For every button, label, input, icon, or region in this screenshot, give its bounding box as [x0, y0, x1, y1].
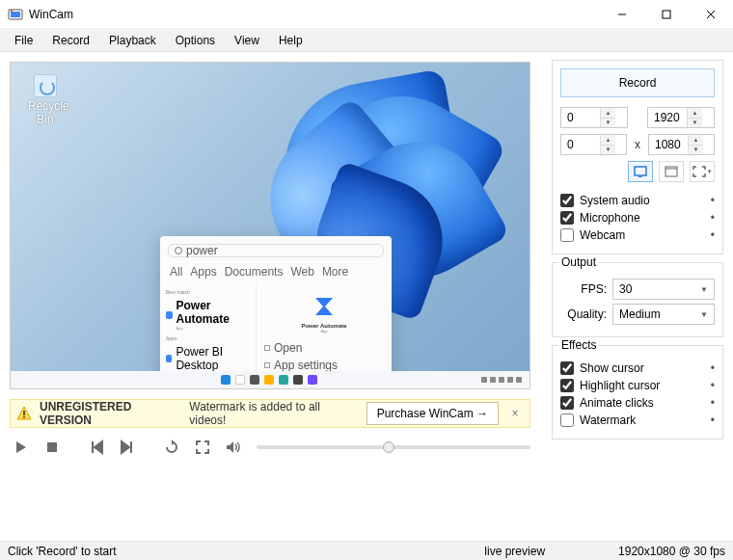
- y1-down[interactable]: ▼: [601, 146, 615, 155]
- menu-bar: File Record Playback Options View Help: [0, 29, 733, 52]
- highlight-cursor-options[interactable]: •: [711, 379, 715, 392]
- preview-area: Recycle Bin power All Apps Documents Web…: [10, 62, 530, 389]
- warning-title: UNREGISTERED VERSION: [40, 400, 185, 427]
- y2-down[interactable]: ▼: [689, 146, 703, 155]
- taskbar-taskview-icon: [250, 375, 259, 385]
- seek-slider[interactable]: [257, 445, 530, 449]
- x2-down[interactable]: ▼: [688, 119, 702, 128]
- highlight-cursor-label: Highlight cursor: [580, 379, 660, 392]
- purchase-button[interactable]: Purchase WinCam →: [366, 402, 499, 425]
- seek-thumb[interactable]: [383, 441, 394, 453]
- show-cursor-options[interactable]: •: [711, 361, 715, 375]
- quality-label: Quality:: [560, 307, 607, 321]
- stop-button[interactable]: [41, 436, 64, 459]
- skip-start-button[interactable]: [85, 436, 108, 459]
- quality-select[interactable]: Medium▼: [612, 304, 715, 325]
- taskbar: [11, 371, 529, 388]
- fullscreen-mode-button[interactable]: [628, 161, 653, 182]
- webcam-label: Webcam: [580, 228, 625, 242]
- taskbar-app-icon: [308, 375, 317, 385]
- y2-input[interactable]: ▲▼: [648, 134, 715, 155]
- microphone-options[interactable]: •: [711, 211, 715, 225]
- region-mode-button[interactable]: ▾: [690, 161, 715, 182]
- window-mode-button[interactable]: [659, 161, 684, 182]
- status-resolution: 1920x1080 @ 30 fps: [618, 545, 725, 558]
- webcam-options[interactable]: •: [711, 228, 715, 242]
- y2-up[interactable]: ▲: [689, 135, 703, 146]
- menu-view[interactable]: View: [226, 31, 268, 50]
- x2-input[interactable]: ▲▼: [647, 107, 715, 128]
- svg-rect-7: [23, 411, 25, 415]
- svg-point-2: [11, 10, 13, 12]
- menu-options[interactable]: Options: [167, 31, 224, 50]
- power-automate-icon: [312, 294, 337, 319]
- taskbar-edge-icon: [279, 375, 288, 385]
- minimize-button[interactable]: [600, 0, 644, 29]
- capture-group: Record ▲▼ ▲▼ ▲▼ x ▲▼ ▾ System audio• Mic…: [552, 60, 723, 254]
- volume-button[interactable]: [222, 436, 245, 459]
- y1-up[interactable]: ▲: [601, 135, 615, 146]
- x1-up[interactable]: ▲: [601, 108, 615, 119]
- microphone-checkbox[interactable]: [560, 211, 574, 225]
- system-audio-checkbox[interactable]: [560, 194, 574, 207]
- left-pane: Recycle Bin power All Apps Documents Web…: [0, 52, 548, 541]
- recycle-bin-label: Recycle Bin: [28, 99, 63, 126]
- x1-down[interactable]: ▼: [601, 119, 615, 128]
- right-pane: Record ▲▼ ▲▼ ▲▼ x ▲▼ ▾ System audio• Mic…: [548, 52, 733, 541]
- system-audio-options[interactable]: •: [711, 194, 715, 207]
- start-search: power: [168, 244, 384, 257]
- menu-playback[interactable]: Playback: [100, 31, 165, 50]
- watermark-label: Watermark: [580, 413, 636, 427]
- recycle-bin: Recycle Bin: [28, 74, 63, 126]
- fps-select[interactable]: 30▼: [612, 279, 715, 300]
- play-button[interactable]: [10, 436, 33, 459]
- system-audio-label: System audio: [580, 194, 650, 207]
- start-tabs: All Apps Documents Web More: [160, 265, 392, 282]
- fullscreen-button[interactable]: [191, 436, 214, 459]
- title-bar: WinCam: [0, 0, 733, 29]
- taskbar-explorer-icon: [264, 375, 274, 385]
- svg-rect-9: [47, 442, 57, 452]
- output-legend: Output: [558, 255, 599, 269]
- animate-clicks-options[interactable]: •: [711, 396, 715, 410]
- animate-clicks-checkbox[interactable]: [560, 396, 574, 410]
- svg-rect-1: [11, 12, 20, 17]
- y1-input[interactable]: ▲▼: [560, 134, 627, 155]
- unregistered-warning-bar: UNREGISTERED VERSION Watermark is added …: [10, 399, 530, 428]
- x1-input[interactable]: ▲▼: [560, 107, 628, 128]
- show-cursor-label: Show cursor: [580, 361, 644, 375]
- app-icon: [8, 7, 23, 22]
- playback-controls: [10, 436, 530, 459]
- status-bar: Click 'Record' to start live preview 192…: [0, 541, 733, 560]
- watermark-options[interactable]: •: [711, 413, 715, 427]
- window-title: WinCam: [29, 8, 600, 21]
- recycle-bin-icon: [34, 74, 57, 97]
- dim-separator: x: [633, 138, 642, 151]
- record-button[interactable]: Record: [560, 68, 715, 97]
- effects-group: Effects Show cursor• Highlight cursor• A…: [552, 345, 723, 440]
- svg-rect-11: [638, 176, 642, 177]
- maximize-button[interactable]: [644, 0, 689, 29]
- close-button[interactable]: [689, 0, 733, 29]
- svg-rect-10: [635, 167, 646, 175]
- warning-icon: [16, 406, 32, 421]
- output-group: Output FPS: 30▼ Quality: Medium▼: [552, 262, 723, 337]
- status-hint: Click 'Record' to start: [8, 545, 117, 558]
- highlight-cursor-checkbox[interactable]: [560, 379, 574, 392]
- start-menu: power All Apps Documents Web More Best m…: [160, 236, 392, 389]
- menu-file[interactable]: File: [6, 31, 41, 50]
- show-cursor-checkbox[interactable]: [560, 361, 574, 375]
- skip-end-button[interactable]: [116, 436, 139, 459]
- effects-legend: Effects: [558, 338, 599, 352]
- status-mode: live preview: [484, 545, 545, 558]
- animate-clicks-label: Animate clicks: [580, 396, 654, 410]
- loop-button[interactable]: [160, 436, 183, 459]
- taskbar-search-icon: [235, 375, 245, 385]
- x2-up[interactable]: ▲: [688, 108, 702, 119]
- warning-close-button[interactable]: ×: [506, 407, 524, 420]
- menu-record[interactable]: Record: [43, 31, 98, 50]
- webcam-checkbox[interactable]: [560, 228, 574, 242]
- menu-help[interactable]: Help: [270, 31, 312, 50]
- watermark-checkbox[interactable]: [560, 413, 574, 427]
- taskbar-start-icon: [221, 375, 231, 385]
